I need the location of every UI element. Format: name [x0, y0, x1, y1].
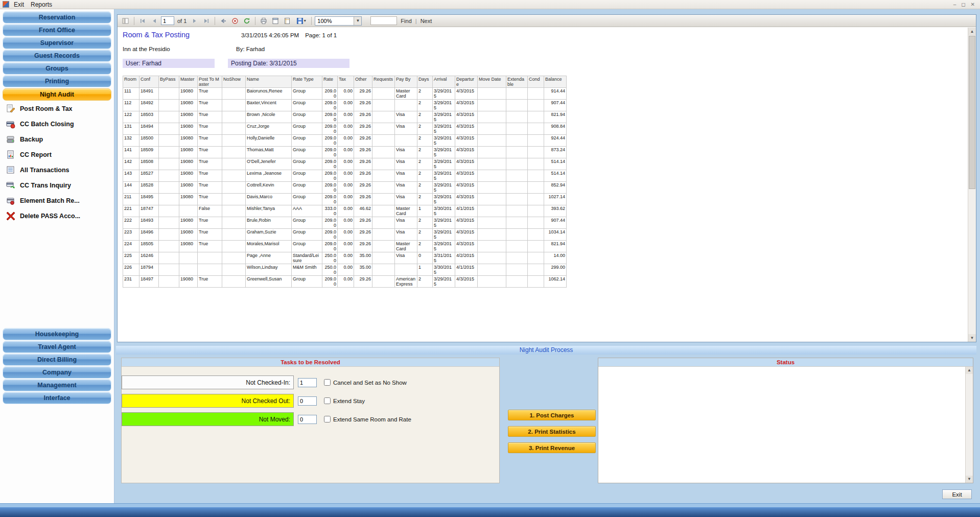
extend-same-room-checkbox[interactable]	[324, 416, 331, 422]
table-row: 1441852819080TrueCottrell,KevinGroup209.…	[123, 182, 567, 194]
tasks-panel-header: Tasks to be Resolved	[122, 358, 499, 367]
exit-button[interactable]: Exit	[942, 489, 972, 499]
next-page-icon[interactable]	[190, 16, 200, 26]
sidebar-item-printing[interactable]: Printing	[3, 75, 111, 87]
table-cell	[372, 158, 395, 170]
scroll-up-icon[interactable]: ▲	[966, 367, 973, 374]
column-header: Post To Master	[198, 76, 222, 88]
minimize-icon[interactable]: –	[953, 2, 956, 7]
sidebar-item-cc-report[interactable]: CC Report	[0, 147, 114, 162]
table-cell: Page ,Anne	[246, 252, 292, 264]
find-input[interactable]	[370, 16, 397, 25]
sidebar-item-cc-batch-closing[interactable]: CC Batch Closing	[0, 116, 114, 132]
table-cell: 2	[417, 194, 433, 205]
table-cell: 18497	[139, 276, 159, 288]
sidebar-item-backup[interactable]: Backup	[0, 132, 114, 147]
table-cell: Group	[292, 135, 322, 147]
table-cell: 29.26	[354, 135, 372, 147]
table-row: 2231849619080TrueGraham,SuzieGroup209.00…	[123, 229, 567, 241]
table-cell: Baiorunos,Renee	[246, 88, 292, 100]
menu-exit[interactable]: Exit	[12, 1, 29, 9]
scroll-thumb[interactable]	[969, 36, 975, 189]
table-cell	[222, 147, 246, 158]
first-page-icon[interactable]	[137, 16, 148, 26]
table-cell	[506, 123, 528, 135]
last-page-icon[interactable]	[201, 16, 212, 26]
sidebar-item-travel-agent[interactable]: Travel Agent	[3, 341, 111, 353]
table-cell	[159, 194, 179, 205]
table-cell	[159, 229, 179, 241]
print-revenue-button[interactable]: 3. Print Revenue	[508, 442, 596, 453]
table-cell: 19080	[179, 276, 198, 288]
table-row: 1121849219080TrueBaxter,VincentGroup209.…	[123, 100, 567, 111]
table-cell: True	[198, 276, 222, 288]
sidebar-item-company[interactable]: Company	[3, 366, 111, 379]
table-cell	[372, 241, 395, 252]
not-checked-out-input[interactable]	[298, 396, 317, 406]
status-scrollbar[interactable]: ▲ ▼	[965, 367, 973, 483]
not-moved-input[interactable]	[298, 415, 317, 424]
table-cell: Group	[292, 100, 322, 111]
find-button[interactable]: Find	[399, 18, 413, 24]
zoom-select[interactable]: 100% ▼	[315, 16, 362, 26]
prev-page-icon[interactable]	[149, 16, 159, 26]
column-header: NoShow	[222, 76, 246, 88]
sidebar-item-housekeeping[interactable]: Housekeeping	[3, 328, 111, 340]
sidebar-item-all-transactions[interactable]: All Transactions	[0, 162, 114, 178]
post-charges-button[interactable]: 1. Post Charges	[508, 410, 596, 420]
table-cell: 4/3/2015	[455, 100, 478, 111]
export-icon[interactable]: ▾	[294, 16, 308, 26]
not-checked-in-input[interactable]	[298, 378, 317, 387]
scroll-down-icon[interactable]: ▼	[966, 476, 973, 483]
print-icon[interactable]	[259, 16, 269, 26]
sidebar-item-cc-trans-inquiry[interactable]: CC Trans Inquiry	[0, 178, 114, 193]
table-cell	[222, 170, 246, 182]
table-cell: 3/29/2015	[433, 111, 455, 123]
table-cell	[222, 264, 246, 276]
find-next-button[interactable]: Next	[418, 18, 434, 24]
menu-reports[interactable]: Reports	[29, 1, 57, 9]
sidebar-item-reservation[interactable]: Reservation	[3, 11, 111, 24]
extend-stay-checkbox[interactable]	[324, 397, 331, 404]
table-cell	[159, 276, 179, 288]
sidebar-item-night-audit[interactable]: Night Audit	[3, 88, 111, 101]
sidebar-item-delete-pass[interactable]: Delete PASS Acco...	[0, 208, 114, 224]
maximize-icon[interactable]: ◻	[961, 2, 965, 7]
stop-icon[interactable]	[230, 16, 240, 26]
table-row: 1321850019080TrueHolly,DanielleGroup209.…	[123, 135, 567, 147]
table-cell: 4/3/2015	[455, 88, 478, 100]
sidebar-item-interface[interactable]: Interface	[3, 392, 111, 404]
sidebar-item-direct-billing[interactable]: Direct Billing	[3, 354, 111, 366]
table-cell	[179, 252, 198, 264]
print-layout-icon[interactable]	[270, 16, 281, 26]
sidebar-item-element-batch[interactable]: Element Batch Re...	[0, 193, 114, 208]
table-cell: Cruz,Jorge	[246, 123, 292, 135]
column-header: Name	[246, 76, 292, 88]
scroll-up-icon[interactable]: ▲	[968, 28, 976, 35]
document-map-icon[interactable]	[121, 16, 131, 26]
sidebar-item-management[interactable]: Management	[3, 379, 111, 391]
close-icon[interactable]: ✕	[971, 2, 975, 7]
table-cell	[478, 182, 506, 194]
table-cell	[478, 241, 506, 252]
refresh-icon[interactable]	[242, 16, 252, 26]
sidebar-item-label: CC Trans Inquiry	[20, 182, 71, 189]
print-statistics-button[interactable]: 2. Print Statistics	[508, 426, 596, 437]
sidebar-item-groups[interactable]: Groups	[3, 62, 111, 75]
sidebar-item-front-office[interactable]: Front Office	[3, 24, 111, 36]
table-cell: Thomas,Matt	[246, 147, 292, 158]
sidebar-item-guest-records[interactable]: Guest Records	[3, 50, 111, 62]
sidebar-item-supervisor[interactable]: Supervisor	[3, 37, 111, 49]
table-cell	[506, 229, 528, 241]
page-setup-icon[interactable]	[282, 16, 292, 26]
cancel-no-show-checkbox[interactable]	[324, 379, 331, 386]
sidebar-item-post-room-tax[interactable]: Post Room & Tax	[0, 101, 114, 116]
table-cell: 4/3/2015	[455, 241, 478, 252]
back-icon[interactable]	[218, 16, 228, 26]
report-vertical-scrollbar[interactable]: ▲ ▼	[968, 28, 976, 342]
page-count-label: of 1	[176, 18, 188, 24]
scroll-down-icon[interactable]: ▼	[968, 334, 976, 342]
table-cell: 112	[123, 100, 139, 111]
page-number-input[interactable]	[161, 16, 174, 25]
table-cell: True	[198, 241, 222, 252]
